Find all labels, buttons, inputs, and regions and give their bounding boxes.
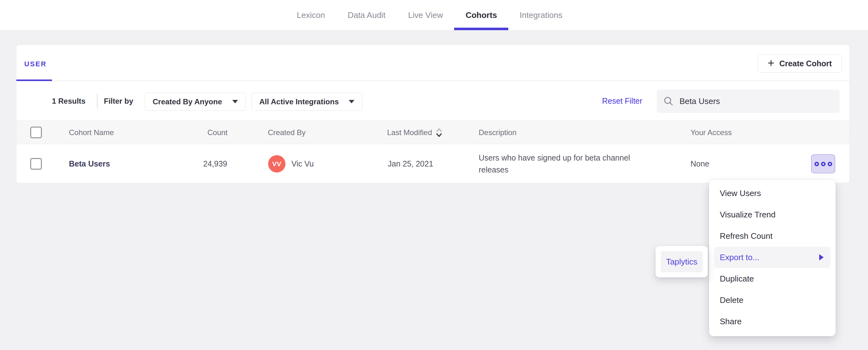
nav-tab-live-view[interactable]: Live View xyxy=(397,0,455,30)
cell-count: 24,939 xyxy=(203,144,227,183)
tab-user-active-underline xyxy=(17,79,52,81)
table-row: Beta Users 24,939 VV Vic Vu Jan 25, 2021… xyxy=(17,144,849,183)
cohort-name-link[interactable]: Beta Users xyxy=(69,144,110,183)
avatar: VV xyxy=(268,155,285,173)
cohort-type-tab-strip: USER + Create Cohort xyxy=(17,45,849,81)
menu-item-label: Share xyxy=(720,317,742,326)
menu-item-label: Refresh Count xyxy=(720,231,773,241)
submenu-item-label: Taplytics xyxy=(666,257,698,267)
header-count: Count xyxy=(208,120,227,144)
reset-filter-link[interactable]: Reset Filter xyxy=(602,82,642,120)
menu-item-label: Export to... xyxy=(720,253,760,262)
header-last-modified-label: Last Modified xyxy=(387,128,432,137)
menu-item-label: Duplicate xyxy=(720,274,754,284)
row-checkbox[interactable] xyxy=(30,158,42,170)
sort-icon xyxy=(435,127,443,138)
header-created-by: Created By xyxy=(268,120,306,144)
more-dots-icon xyxy=(828,162,832,166)
nav-tab-integrations[interactable]: Integrations xyxy=(508,0,574,30)
divider xyxy=(97,94,98,108)
select-all-checkbox[interactable] xyxy=(30,127,42,138)
menu-item-duplicate[interactable]: Duplicate xyxy=(714,268,831,289)
nav-tab-label: Cohorts xyxy=(465,10,497,20)
nav-tab-label: Data Audit xyxy=(348,10,385,20)
menu-item-view-users[interactable]: View Users xyxy=(714,182,831,204)
menu-item-export-to[interactable]: Export to... xyxy=(714,247,831,268)
search-input[interactable] xyxy=(680,97,833,106)
table-header: Cohort Name Count Created By Last Modifi… xyxy=(17,120,849,144)
menu-item-delete[interactable]: Delete xyxy=(714,289,831,311)
plus-icon: + xyxy=(768,58,774,69)
menu-item-share[interactable]: Share xyxy=(714,311,831,332)
submenu-arrow-icon xyxy=(819,254,824,260)
cell-your-access: None xyxy=(690,144,709,183)
integrations-dropdown[interactable]: All Active Integrations xyxy=(251,93,362,111)
create-cohort-label: Create Cohort xyxy=(779,59,832,68)
menu-item-label: Delete xyxy=(720,295,743,305)
nav-tab-cohorts[interactable]: Cohorts xyxy=(454,0,508,30)
nav-tabs: Lexicon Data Audit Live View Cohorts Int… xyxy=(285,0,574,30)
tab-user[interactable]: USER xyxy=(24,60,46,68)
header-cohort-name: Cohort Name xyxy=(69,120,114,144)
integrations-dropdown-label: All Active Integrations xyxy=(259,97,339,106)
cell-created-by: Vic Vu xyxy=(291,144,314,183)
search-box[interactable] xyxy=(657,90,840,113)
cohorts-card: USER + Create Cohort 1 Results Filter by… xyxy=(16,45,850,183)
nav-tab-label: Lexicon xyxy=(297,10,325,20)
nav-tab-lexicon[interactable]: Lexicon xyxy=(285,0,336,30)
created-by-dropdown[interactable]: Created By Anyone xyxy=(145,93,246,111)
nav-tab-data-audit[interactable]: Data Audit xyxy=(336,0,397,30)
row-actions-menu: View Users Visualize Trend Refresh Count… xyxy=(709,180,836,336)
top-navbar: Lexicon Data Audit Live View Cohorts Int… xyxy=(0,0,868,31)
menu-item-visualize-trend[interactable]: Visualize Trend xyxy=(714,204,831,225)
menu-item-label: View Users xyxy=(720,188,761,198)
filter-by-label: Filter by xyxy=(104,82,133,120)
header-last-modified-sort[interactable]: Last Modified xyxy=(387,120,443,144)
nav-tab-label: Live View xyxy=(408,10,443,20)
search-icon xyxy=(664,97,673,106)
chevron-down-icon xyxy=(232,100,238,103)
created-by-dropdown-label: Created By Anyone xyxy=(153,97,222,106)
menu-item-label: Visualize Trend xyxy=(720,210,775,220)
chevron-down-icon xyxy=(349,100,354,103)
menu-item-refresh-count[interactable]: Refresh Count xyxy=(714,225,831,247)
more-dots-icon xyxy=(814,162,819,166)
nav-tab-label: Integrations xyxy=(520,10,562,20)
filter-row: 1 Results Filter by Created By Anyone Al… xyxy=(17,82,849,120)
cell-last-modified: Jan 25, 2021 xyxy=(388,144,433,183)
header-description: Description xyxy=(479,120,517,144)
export-submenu: Taplytics xyxy=(656,246,708,277)
header-your-access: Your Access xyxy=(690,120,732,144)
submenu-item-taplytics[interactable]: Taplytics xyxy=(660,251,703,272)
row-more-actions-button[interactable] xyxy=(811,154,835,173)
more-dots-icon xyxy=(821,162,826,166)
create-cohort-button[interactable]: + Create Cohort xyxy=(758,55,842,73)
results-count: 1 Results xyxy=(52,82,86,120)
cell-description: Users who have signed up for beta channe… xyxy=(479,152,650,176)
